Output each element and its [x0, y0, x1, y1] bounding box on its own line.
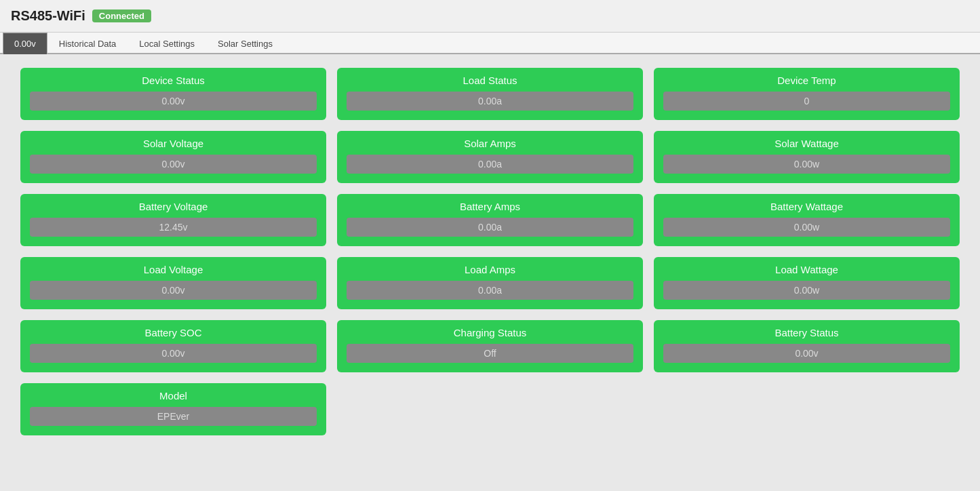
- card-value-charging-status: Off: [347, 344, 633, 363]
- card-load-voltage: Load Voltage 0.00v: [20, 257, 326, 309]
- card-value-load-amps: 0.00a: [347, 281, 633, 300]
- card-model: Model EPEver: [20, 383, 326, 435]
- card-battery-amps: Battery Amps 0.00a: [337, 194, 643, 246]
- card-value-solar-amps: 0.00a: [347, 155, 633, 174]
- card-title-battery-amps: Battery Amps: [460, 201, 520, 212]
- card-title-model: Model: [159, 390, 187, 401]
- tab-local-settings[interactable]: Local Settings: [128, 33, 206, 54]
- card-title-load-status: Load Status: [463, 75, 517, 86]
- card-value-solar-voltage: 0.00v: [30, 155, 317, 174]
- card-title-load-wattage: Load Wattage: [775, 264, 838, 275]
- app-header: RS485-WiFi Connected: [0, 0, 980, 33]
- card-load-amps: Load Amps 0.00a: [337, 257, 643, 309]
- card-value-battery-status: 0.00v: [663, 344, 950, 363]
- card-device-temp: Device Temp 0: [654, 68, 960, 120]
- card-battery-soc: Battery SOC 0.00v: [20, 320, 326, 372]
- tab-voltage[interactable]: 0.00v: [3, 33, 47, 54]
- card-load-wattage: Load Wattage 0.00w: [654, 257, 960, 309]
- card-value-solar-wattage: 0.00w: [663, 155, 950, 174]
- card-solar-amps: Solar Amps 0.00a: [337, 131, 643, 183]
- card-solar-voltage: Solar Voltage 0.00v: [20, 131, 326, 183]
- tab-solar-settings[interactable]: Solar Settings: [206, 33, 284, 54]
- app-title: RS485-WiFi: [11, 8, 85, 24]
- card-value-battery-soc: 0.00v: [30, 344, 317, 363]
- card-title-load-voltage: Load Voltage: [144, 264, 203, 275]
- card-value-battery-voltage: 12.45v: [30, 218, 317, 237]
- bottom-row: Model EPEver: [20, 383, 960, 435]
- card-title-device-temp: Device Temp: [777, 75, 836, 86]
- card-title-battery-soc: Battery SOC: [144, 327, 201, 338]
- card-value-load-voltage: 0.00v: [30, 281, 317, 300]
- tab-historical[interactable]: Historical Data: [47, 33, 128, 54]
- card-title-solar-wattage: Solar Wattage: [775, 138, 839, 149]
- card-value-model: EPEver: [30, 407, 317, 426]
- card-title-charging-status: Charging Status: [454, 327, 527, 338]
- card-title-device-status: Device Status: [142, 75, 205, 86]
- card-title-load-amps: Load Amps: [465, 264, 515, 275]
- card-value-battery-amps: 0.00a: [347, 218, 633, 237]
- card-solar-wattage: Solar Wattage 0.00w: [654, 131, 960, 183]
- card-value-battery-wattage: 0.00w: [663, 218, 950, 237]
- tab-bar: 0.00v Historical Data Local Settings Sol…: [0, 33, 980, 54]
- card-load-status: Load Status 0.00a: [337, 68, 643, 120]
- card-title-battery-wattage: Battery Wattage: [770, 201, 843, 212]
- card-title-battery-status: Battery Status: [775, 327, 838, 338]
- main-content: Device Status 0.00v Load Status 0.00a De…: [0, 54, 980, 449]
- card-charging-status: Charging Status Off: [337, 320, 643, 372]
- card-title-battery-voltage: Battery Voltage: [139, 201, 208, 212]
- card-value-load-wattage: 0.00w: [663, 281, 950, 300]
- card-battery-wattage: Battery Wattage 0.00w: [654, 194, 960, 246]
- card-value-device-temp: 0: [663, 92, 950, 111]
- card-battery-status: Battery Status 0.00v: [654, 320, 960, 372]
- card-device-status: Device Status 0.00v: [20, 68, 326, 120]
- card-value-device-status: 0.00v: [30, 92, 317, 111]
- card-title-solar-amps: Solar Amps: [464, 138, 516, 149]
- card-battery-voltage: Battery Voltage 12.45v: [20, 194, 326, 246]
- card-title-solar-voltage: Solar Voltage: [143, 138, 203, 149]
- cards-grid: Device Status 0.00v Load Status 0.00a De…: [20, 68, 960, 372]
- card-value-load-status: 0.00a: [347, 92, 633, 111]
- connection-status-badge: Connected: [92, 9, 151, 22]
